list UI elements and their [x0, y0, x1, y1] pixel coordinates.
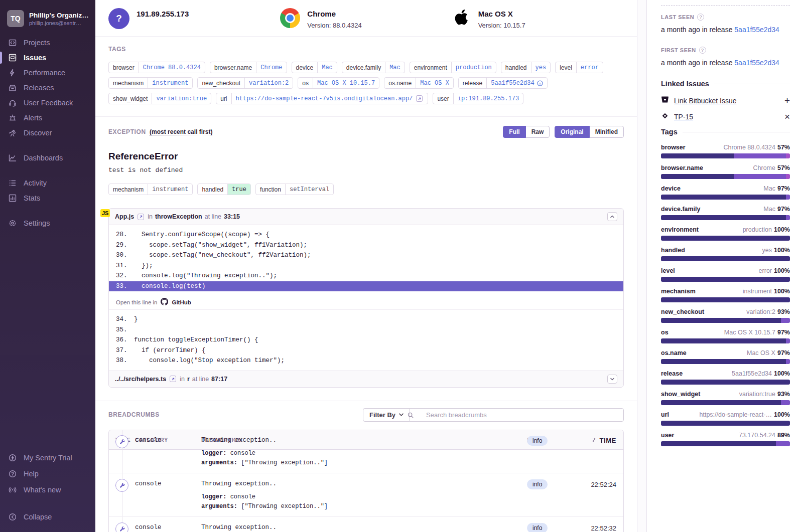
- filter-by-button[interactable]: Filter By: [363, 408, 410, 422]
- line-code: scope.setTag("new_checkout", ff2Variatio…: [134, 251, 311, 260]
- tag-pill: new_checkoutvariation:2: [197, 77, 293, 89]
- external-link-icon[interactable]: [416, 95, 423, 102]
- tag-pill: handledyes: [501, 62, 551, 73]
- linked-issue-link[interactable]: TP-15: [674, 113, 693, 121]
- sidebar-item-issues[interactable]: Issues: [0, 50, 95, 65]
- sidebar-item-projects[interactable]: Projects: [0, 35, 95, 50]
- dist-tag-name: browser.name: [661, 164, 703, 171]
- tag-value-link[interactable]: ip:191.89.255.173: [453, 93, 523, 104]
- tag-distribution[interactable]: browser.nameChrome57%: [661, 164, 790, 179]
- tag-value-link[interactable]: variation:true: [152, 93, 211, 104]
- add-linked-issue-button[interactable]: +: [784, 97, 790, 104]
- tag-distribution[interactable]: browserChrome 88.0.432457%: [661, 144, 790, 158]
- external-link-icon[interactable]: [138, 214, 144, 220]
- tag-distribution[interactable]: device.familyMac97%: [661, 206, 790, 220]
- tag-value-link[interactable]: https://do-sample-react-7v5is.ondigitalo…: [231, 93, 428, 104]
- sidebar-item-settings[interactable]: Settings: [0, 216, 95, 231]
- filter-by-label: Filter By: [369, 411, 395, 419]
- nav-group-settings: Settings: [0, 216, 95, 231]
- external-link-icon[interactable]: [170, 376, 176, 382]
- sidebar-item-collapse[interactable]: Collapse: [0, 509, 95, 525]
- sidebar-item-my-sentry-trial[interactable]: My Sentry Trial: [0, 450, 95, 466]
- tag-key: environment: [410, 62, 451, 73]
- tag-distribution[interactable]: levelerror100%: [661, 267, 790, 282]
- release-link[interactable]: 5aa1f55e2d34: [734, 26, 779, 34]
- frame-collapse-button[interactable]: [607, 212, 617, 221]
- link-bitbucket-issue-link[interactable]: Link Bitbucket Issue: [674, 97, 737, 105]
- tag-distribution[interactable]: deviceMac97%: [661, 185, 790, 200]
- full-toggle-button[interactable]: Full: [503, 126, 525, 138]
- info-icon[interactable]: [537, 80, 543, 86]
- exception-sublabel[interactable]: (most recent call first): [150, 128, 212, 136]
- tag-distribution[interactable]: osMac OS X 10.15.797%: [661, 329, 790, 343]
- help-tooltip-icon[interactable]: ?: [697, 14, 704, 21]
- help-tooltip-icon[interactable]: ?: [699, 47, 706, 54]
- dist-tag-value: Chrome 88.0.432457%: [723, 144, 790, 151]
- event-detail-main: ? 191.89.255.173 Chrome Version: 88.0.43…: [95, 0, 637, 532]
- collapsed-stack-frame[interactable]: ../../src/helpers.ts in r at line 87:17: [109, 371, 623, 387]
- github-icon: [161, 298, 168, 306]
- tag-value-link[interactable]: Chrome 88.0.4324: [139, 62, 205, 73]
- sidebar-item-performance[interactable]: Performance: [0, 65, 95, 80]
- release-link[interactable]: 5aa1f55e2d34: [734, 59, 779, 67]
- tag-value-link[interactable]: yes: [531, 62, 551, 73]
- sidebar-item-stats[interactable]: Stats: [0, 191, 95, 206]
- tag-distribution[interactable]: show_widgetvariation:true93%: [661, 391, 790, 405]
- open-in-github-row[interactable]: Open this line in GitHub: [109, 296, 623, 310]
- last-seen-inrelease: in release: [702, 26, 733, 34]
- sidebar-item-alerts[interactable]: Alerts: [0, 110, 95, 125]
- breadcrumb-category: console: [135, 522, 201, 531]
- tag-distribution[interactable]: new_checkoutvariation:293%: [661, 308, 790, 323]
- sidebar-item-whats-new[interactable]: What's new: [0, 482, 95, 498]
- tag-value-link[interactable]: Mac OS X 10.15.7: [313, 78, 379, 88]
- tag-distribution[interactable]: environmentproduction100%: [661, 226, 790, 241]
- sidebar-item-releases[interactable]: Releases: [0, 80, 95, 95]
- tag-value-link[interactable]: error: [576, 62, 603, 73]
- tag-pill: environmentproduction: [410, 62, 496, 73]
- tag-value-link[interactable]: Mac: [385, 62, 405, 73]
- discover-icon: [8, 128, 17, 137]
- issues-icon: [8, 53, 17, 62]
- tag-key: os: [298, 78, 313, 88]
- raw-toggle-button[interactable]: Raw: [525, 126, 550, 138]
- minified-toggle-button[interactable]: Minified: [589, 126, 624, 138]
- tag-value-link[interactable]: Mac OS X: [416, 78, 453, 88]
- tag-value-link[interactable]: 5aa1f55e2d34: [486, 78, 547, 88]
- sidebar-item-activity[interactable]: Activity: [0, 175, 95, 191]
- sidebar-item-user-feedback[interactable]: User Feedback: [0, 95, 95, 110]
- linked-issues-title: Linked Issues: [661, 80, 790, 88]
- tag-distribution[interactable]: urlhttps://do-sample-react-…100%: [661, 411, 790, 426]
- org-switcher[interactable]: TQ Phillip's Organiz… phillip.jones@sent…: [0, 6, 95, 35]
- tag-key: mechanism: [109, 78, 148, 88]
- sidebar-item-label: What's new: [24, 485, 61, 494]
- context-os-title: Mac OS X: [478, 8, 525, 18]
- line-number: 33.: [116, 282, 134, 291]
- error-message: test is not defined: [108, 166, 624, 174]
- meta-pill-handled: handledtrue: [197, 184, 251, 195]
- source-code-context: 28. Sentry.configureScope((scope) => { 2…: [109, 225, 623, 296]
- stack-frame-header[interactable]: App.js in throwException at line 33:15: [109, 209, 623, 225]
- tag-value-link[interactable]: production: [451, 62, 496, 73]
- remove-linked-issue-button[interactable]: ×: [784, 113, 790, 120]
- code-line: 38. console.log("Stop exception timer");: [109, 356, 623, 366]
- sidebar-item-discover[interactable]: Discover: [0, 125, 95, 140]
- tag-value-link[interactable]: Mac: [317, 62, 337, 73]
- breadcrumbs-search-input[interactable]: [410, 408, 624, 422]
- original-toggle-button[interactable]: Original: [555, 126, 589, 138]
- dist-tag-value: yes100%: [762, 247, 790, 254]
- code-line: 29. scope.setTag("show_widget", ff1Varia…: [109, 240, 623, 251]
- tag-distribution[interactable]: release5aa1f55e2d34100%: [661, 370, 790, 385]
- tag-distribution[interactable]: user73.170.54.2489%: [661, 432, 790, 446]
- frame-expand-button[interactable]: [607, 375, 617, 384]
- tag-value-link[interactable]: Chrome: [256, 62, 286, 73]
- tag-distribution[interactable]: handledyes100%: [661, 247, 790, 261]
- tag-distribution[interactable]: mechanisminstrument100%: [661, 288, 790, 302]
- tag-key: device.family: [342, 62, 385, 73]
- tag-value-link[interactable]: variation:2: [244, 78, 293, 88]
- tag-distribution[interactable]: os.nameMac OS X97%: [661, 349, 790, 364]
- sidebar-item-help[interactable]: Help: [0, 466, 95, 482]
- last-seen-ago: a month ago: [661, 26, 700, 34]
- sidebar-item-dashboards[interactable]: Dashboards: [0, 150, 95, 165]
- nav-group-dashboards: Dashboards: [0, 150, 95, 165]
- tag-value-link[interactable]: instrument: [148, 78, 192, 88]
